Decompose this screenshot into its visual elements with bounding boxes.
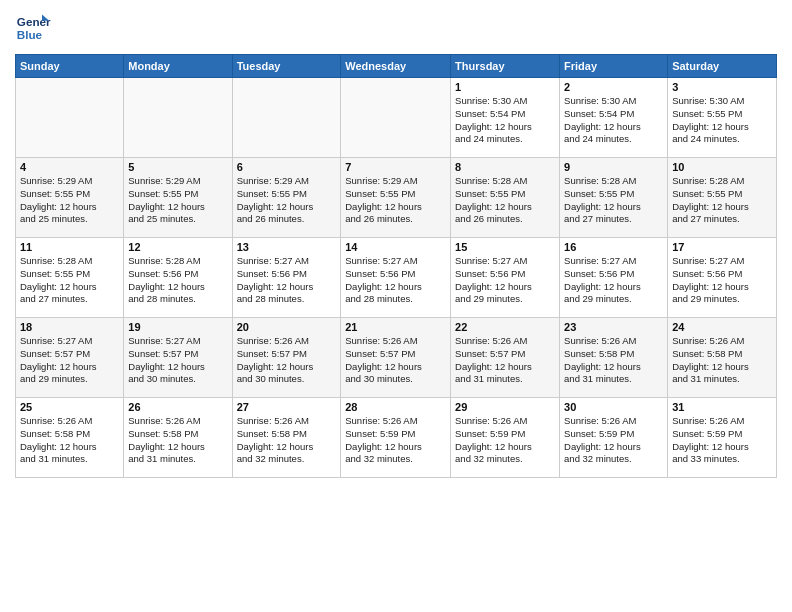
calendar-cell <box>232 78 341 158</box>
calendar-cell: 20Sunrise: 5:26 AMSunset: 5:57 PMDayligh… <box>232 318 341 398</box>
day-info: Sunrise: 5:26 AMSunset: 5:58 PMDaylight:… <box>20 415 119 466</box>
day-number: 2 <box>564 81 663 93</box>
day-number: 11 <box>20 241 119 253</box>
day-number: 24 <box>672 321 772 333</box>
calendar-header-row: SundayMondayTuesdayWednesdayThursdayFrid… <box>16 55 777 78</box>
week-row-2: 11Sunrise: 5:28 AMSunset: 5:55 PMDayligh… <box>16 238 777 318</box>
calendar-cell: 10Sunrise: 5:28 AMSunset: 5:55 PMDayligh… <box>668 158 777 238</box>
day-number: 15 <box>455 241 555 253</box>
svg-text:Blue: Blue <box>17 28 43 41</box>
day-number: 19 <box>128 321 227 333</box>
calendar-cell: 27Sunrise: 5:26 AMSunset: 5:58 PMDayligh… <box>232 398 341 478</box>
calendar-cell: 18Sunrise: 5:27 AMSunset: 5:57 PMDayligh… <box>16 318 124 398</box>
day-number: 3 <box>672 81 772 93</box>
calendar-cell: 16Sunrise: 5:27 AMSunset: 5:56 PMDayligh… <box>560 238 668 318</box>
header-sunday: Sunday <box>16 55 124 78</box>
day-info: Sunrise: 5:30 AMSunset: 5:54 PMDaylight:… <box>564 95 663 146</box>
calendar-cell: 24Sunrise: 5:26 AMSunset: 5:58 PMDayligh… <box>668 318 777 398</box>
day-info: Sunrise: 5:27 AMSunset: 5:56 PMDaylight:… <box>345 255 446 306</box>
calendar-cell: 30Sunrise: 5:26 AMSunset: 5:59 PMDayligh… <box>560 398 668 478</box>
calendar-cell: 5Sunrise: 5:29 AMSunset: 5:55 PMDaylight… <box>124 158 232 238</box>
day-info: Sunrise: 5:29 AMSunset: 5:55 PMDaylight:… <box>345 175 446 226</box>
day-info: Sunrise: 5:27 AMSunset: 5:56 PMDaylight:… <box>672 255 772 306</box>
day-number: 31 <box>672 401 772 413</box>
day-number: 12 <box>128 241 227 253</box>
calendar-cell: 31Sunrise: 5:26 AMSunset: 5:59 PMDayligh… <box>668 398 777 478</box>
calendar-cell: 13Sunrise: 5:27 AMSunset: 5:56 PMDayligh… <box>232 238 341 318</box>
day-info: Sunrise: 5:26 AMSunset: 5:59 PMDaylight:… <box>345 415 446 466</box>
day-info: Sunrise: 5:26 AMSunset: 5:57 PMDaylight:… <box>237 335 337 386</box>
day-info: Sunrise: 5:26 AMSunset: 5:58 PMDaylight:… <box>564 335 663 386</box>
day-info: Sunrise: 5:26 AMSunset: 5:57 PMDaylight:… <box>345 335 446 386</box>
day-info: Sunrise: 5:27 AMSunset: 5:56 PMDaylight:… <box>237 255 337 306</box>
day-number: 26 <box>128 401 227 413</box>
header-friday: Friday <box>560 55 668 78</box>
day-number: 23 <box>564 321 663 333</box>
day-info: Sunrise: 5:30 AMSunset: 5:55 PMDaylight:… <box>672 95 772 146</box>
day-info: Sunrise: 5:27 AMSunset: 5:56 PMDaylight:… <box>455 255 555 306</box>
calendar-cell <box>341 78 451 158</box>
logo-icon: General Blue <box>15 10 51 46</box>
day-number: 27 <box>237 401 337 413</box>
svg-text:General: General <box>17 15 51 28</box>
day-number: 9 <box>564 161 663 173</box>
day-number: 13 <box>237 241 337 253</box>
day-info: Sunrise: 5:26 AMSunset: 5:58 PMDaylight:… <box>128 415 227 466</box>
calendar-cell: 22Sunrise: 5:26 AMSunset: 5:57 PMDayligh… <box>451 318 560 398</box>
calendar-cell: 14Sunrise: 5:27 AMSunset: 5:56 PMDayligh… <box>341 238 451 318</box>
calendar-cell: 23Sunrise: 5:26 AMSunset: 5:58 PMDayligh… <box>560 318 668 398</box>
calendar-cell: 4Sunrise: 5:29 AMSunset: 5:55 PMDaylight… <box>16 158 124 238</box>
day-info: Sunrise: 5:29 AMSunset: 5:55 PMDaylight:… <box>128 175 227 226</box>
header-tuesday: Tuesday <box>232 55 341 78</box>
header-monday: Monday <box>124 55 232 78</box>
day-number: 18 <box>20 321 119 333</box>
week-row-3: 18Sunrise: 5:27 AMSunset: 5:57 PMDayligh… <box>16 318 777 398</box>
day-number: 29 <box>455 401 555 413</box>
calendar-cell: 7Sunrise: 5:29 AMSunset: 5:55 PMDaylight… <box>341 158 451 238</box>
day-info: Sunrise: 5:26 AMSunset: 5:59 PMDaylight:… <box>672 415 772 466</box>
day-info: Sunrise: 5:29 AMSunset: 5:55 PMDaylight:… <box>237 175 337 226</box>
header-thursday: Thursday <box>451 55 560 78</box>
day-number: 10 <box>672 161 772 173</box>
calendar-cell: 8Sunrise: 5:28 AMSunset: 5:55 PMDaylight… <box>451 158 560 238</box>
day-info: Sunrise: 5:26 AMSunset: 5:59 PMDaylight:… <box>564 415 663 466</box>
calendar-cell: 29Sunrise: 5:26 AMSunset: 5:59 PMDayligh… <box>451 398 560 478</box>
header-wednesday: Wednesday <box>341 55 451 78</box>
week-row-4: 25Sunrise: 5:26 AMSunset: 5:58 PMDayligh… <box>16 398 777 478</box>
calendar-cell: 26Sunrise: 5:26 AMSunset: 5:58 PMDayligh… <box>124 398 232 478</box>
day-info: Sunrise: 5:28 AMSunset: 5:56 PMDaylight:… <box>128 255 227 306</box>
day-info: Sunrise: 5:30 AMSunset: 5:54 PMDaylight:… <box>455 95 555 146</box>
week-row-1: 4Sunrise: 5:29 AMSunset: 5:55 PMDaylight… <box>16 158 777 238</box>
day-info: Sunrise: 5:26 AMSunset: 5:58 PMDaylight:… <box>672 335 772 386</box>
day-info: Sunrise: 5:27 AMSunset: 5:56 PMDaylight:… <box>564 255 663 306</box>
calendar-cell: 15Sunrise: 5:27 AMSunset: 5:56 PMDayligh… <box>451 238 560 318</box>
calendar-cell: 28Sunrise: 5:26 AMSunset: 5:59 PMDayligh… <box>341 398 451 478</box>
calendar-cell <box>16 78 124 158</box>
day-info: Sunrise: 5:26 AMSunset: 5:58 PMDaylight:… <box>237 415 337 466</box>
calendar-cell: 1Sunrise: 5:30 AMSunset: 5:54 PMDaylight… <box>451 78 560 158</box>
calendar-cell: 2Sunrise: 5:30 AMSunset: 5:54 PMDaylight… <box>560 78 668 158</box>
day-number: 22 <box>455 321 555 333</box>
day-number: 30 <box>564 401 663 413</box>
day-number: 17 <box>672 241 772 253</box>
day-number: 21 <box>345 321 446 333</box>
day-info: Sunrise: 5:28 AMSunset: 5:55 PMDaylight:… <box>672 175 772 226</box>
day-number: 5 <box>128 161 227 173</box>
calendar-cell: 11Sunrise: 5:28 AMSunset: 5:55 PMDayligh… <box>16 238 124 318</box>
calendar-table: SundayMondayTuesdayWednesdayThursdayFrid… <box>15 54 777 478</box>
day-number: 25 <box>20 401 119 413</box>
calendar-cell: 9Sunrise: 5:28 AMSunset: 5:55 PMDaylight… <box>560 158 668 238</box>
header-saturday: Saturday <box>668 55 777 78</box>
day-number: 20 <box>237 321 337 333</box>
calendar-cell: 21Sunrise: 5:26 AMSunset: 5:57 PMDayligh… <box>341 318 451 398</box>
calendar-cell: 12Sunrise: 5:28 AMSunset: 5:56 PMDayligh… <box>124 238 232 318</box>
day-info: Sunrise: 5:26 AMSunset: 5:59 PMDaylight:… <box>455 415 555 466</box>
day-info: Sunrise: 5:28 AMSunset: 5:55 PMDaylight:… <box>20 255 119 306</box>
day-number: 6 <box>237 161 337 173</box>
day-info: Sunrise: 5:27 AMSunset: 5:57 PMDaylight:… <box>128 335 227 386</box>
day-number: 7 <box>345 161 446 173</box>
calendar-cell: 19Sunrise: 5:27 AMSunset: 5:57 PMDayligh… <box>124 318 232 398</box>
calendar-cell: 6Sunrise: 5:29 AMSunset: 5:55 PMDaylight… <box>232 158 341 238</box>
day-info: Sunrise: 5:26 AMSunset: 5:57 PMDaylight:… <box>455 335 555 386</box>
day-info: Sunrise: 5:27 AMSunset: 5:57 PMDaylight:… <box>20 335 119 386</box>
